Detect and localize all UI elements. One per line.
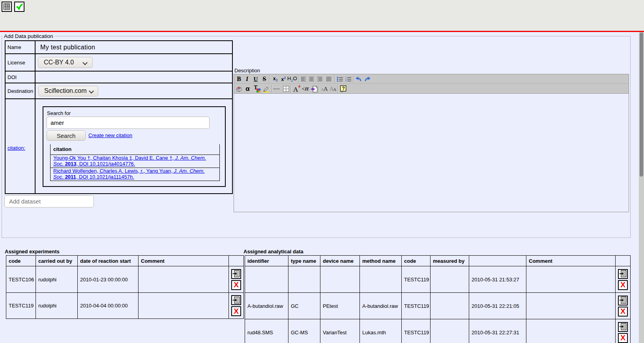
svg-text:?: ? (342, 86, 344, 91)
svg-text:3: 3 (345, 80, 346, 82)
